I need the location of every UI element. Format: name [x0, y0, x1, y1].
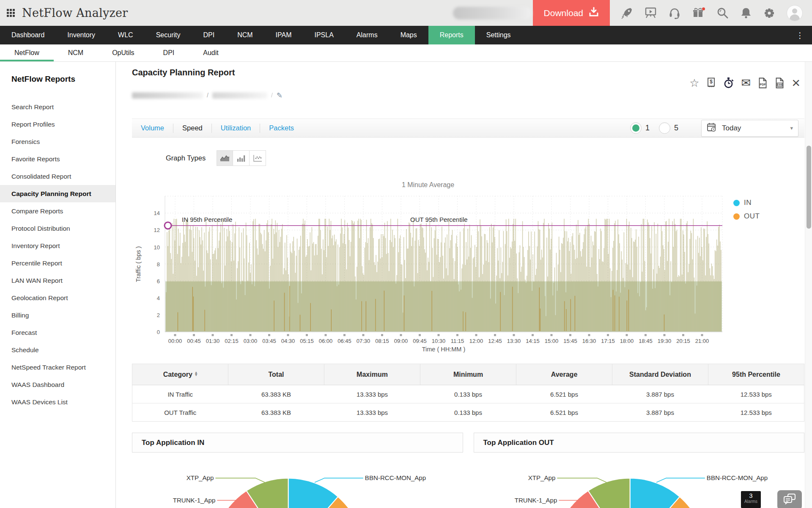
user-avatar[interactable] [787, 5, 803, 21]
svg-text:18:45: 18:45 [639, 338, 653, 344]
nav-item-ncm[interactable]: NCM [226, 26, 264, 44]
demo-video-icon[interactable] [645, 7, 657, 19]
graph-type-scatter-button[interactable] [250, 150, 266, 166]
cell-maximum: 13.333 bps [324, 403, 420, 422]
sidebar-item-geolocation-report[interactable]: Geolocation Report [0, 289, 115, 306]
sidebar-item-inventory-report[interactable]: Inventory Report [0, 237, 115, 254]
page-scrollbar [805, 62, 812, 508]
sidebar-item-consolidated-report[interactable]: Consolidated Report [0, 168, 115, 185]
time-period-dropdown[interactable]: Today ▾ [701, 120, 798, 137]
close-icon[interactable]: × [792, 77, 800, 88]
nav-item-settings[interactable]: Settings [475, 26, 522, 44]
sort-icon[interactable]: ▲▼ [195, 371, 197, 376]
tab-speed[interactable]: Speed [173, 124, 211, 132]
subnav-item-oputils[interactable]: OpUtils [98, 44, 148, 61]
tab-volume[interactable]: Volume [132, 124, 173, 132]
nav-item-wlc[interactable]: WLC [107, 26, 145, 44]
email-icon[interactable]: ✉ [741, 77, 751, 88]
notifications-bell-icon[interactable] [740, 7, 752, 19]
sidebar-item-forensics[interactable]: Forensics [0, 133, 115, 150]
svg-text:XTP_App: XTP_App [528, 475, 555, 482]
sidebar-item-billing[interactable]: Billing [0, 306, 115, 324]
sidebar-item-protocol-distribution[interactable]: Protocol Distribution [0, 220, 115, 237]
breadcrumb: / / ✎ [132, 91, 804, 99]
sidebar-item-percentile-report[interactable]: Percentile Report [0, 254, 115, 272]
graph-type-area-button[interactable] [217, 150, 233, 166]
alarms-badge[interactable]: 3 Alarms [741, 491, 761, 508]
nav-item-alarms[interactable]: Alarms [345, 26, 389, 44]
nav-item-dpi[interactable]: DPI [192, 26, 226, 44]
apps-grid-icon[interactable] [7, 9, 15, 17]
sidebar-item-forecast[interactable]: Forecast [0, 324, 115, 341]
download-button[interactable]: Download [533, 0, 610, 26]
svg-text:0: 0 [157, 329, 160, 335]
svg-text:03:45: 03:45 [262, 338, 276, 344]
export-csv-icon[interactable]: csv [775, 77, 785, 88]
sidebar-item-search-report[interactable]: Search Report [0, 98, 115, 116]
support-headset-icon[interactable] [668, 7, 681, 19]
svg-text:15:00: 15:00 [545, 338, 559, 344]
sidebar-list: Search ReportReport ProfilesForensicsFav… [0, 98, 115, 411]
svg-text:00:45: 00:45 [187, 338, 201, 344]
sidebar-item-favorite-reports[interactable]: Favorite Reports [0, 150, 115, 168]
nav-item-dashboard[interactable]: Dashboard [0, 26, 56, 44]
sidebar-item-compare-reports[interactable]: Compare Reports [0, 202, 115, 220]
billing-invoice-icon[interactable]: $ [707, 77, 716, 88]
legend-dot [733, 213, 740, 220]
cell-average: 6.521 bps [516, 403, 612, 422]
cell-percentile_95: 12.533 bps [708, 403, 804, 422]
tab-packets[interactable]: Packets [260, 124, 303, 132]
sidebar-item-schedule[interactable]: Schedule [0, 341, 115, 359]
scrollbar-thumb[interactable] [807, 146, 811, 229]
chevron-down-icon: ▾ [790, 125, 793, 131]
svg-text:Traffic ( bps ): Traffic ( bps ) [135, 246, 142, 282]
column-header-minimum: Minimum [420, 364, 516, 385]
sidebar-item-netspeed-tracker-report[interactable]: NetSpeed Tracker Report [0, 359, 115, 376]
sidebar-item-lan-wan-report[interactable]: LAN WAN Report [0, 272, 115, 289]
nav-item-inventory[interactable]: Inventory [56, 26, 107, 44]
settings-gear-icon[interactable] [763, 7, 776, 19]
svg-text:$: $ [710, 79, 713, 85]
edit-pencil-icon[interactable]: ✎ [277, 91, 283, 99]
subnav-item-dpi[interactable]: DPI [149, 44, 189, 61]
sidebar-item-report-profiles[interactable]: Report Profiles [0, 116, 115, 133]
nav-item-maps[interactable]: Maps [389, 26, 428, 44]
svg-text:04:30: 04:30 [281, 338, 295, 344]
feedback-chat-button[interactable] [777, 490, 802, 508]
column-header-average: Average [516, 364, 612, 385]
svg-text:11:15: 11:15 [451, 338, 464, 344]
legend-item-in[interactable]: IN [733, 199, 760, 207]
tab-utilization[interactable]: Utilization [212, 124, 260, 132]
breadcrumb-redacted-1 [132, 92, 203, 99]
favorite-star-icon[interactable]: ☆ [689, 77, 699, 88]
svg-text:09:00: 09:00 [394, 338, 408, 344]
breadcrumb-redacted-2 [212, 92, 267, 99]
subnav-item-ncm[interactable]: NCM [54, 44, 98, 61]
sidebar-item-capacity-planning-report[interactable]: Capacity Planning Report [0, 185, 115, 202]
cell-minimum: 0.133 bps [420, 385, 516, 403]
rocket-icon[interactable] [621, 7, 634, 19]
sidebar-item-waas-devices-list[interactable]: WAAS Devices List [0, 393, 115, 411]
legend-item-out[interactable]: OUT [733, 212, 760, 221]
column-header-maximum: Maximum [324, 364, 420, 385]
subnav-item-audit[interactable]: Audit [189, 44, 233, 61]
schedule-timer-icon[interactable] [723, 77, 734, 88]
export-pdf-icon[interactable]: PDF [758, 77, 768, 88]
nav-item-security[interactable]: Security [145, 26, 192, 44]
graph-type-bar-button[interactable] [233, 150, 250, 166]
subnav-item-netflow[interactable]: NetFlow [0, 44, 54, 61]
svg-text:IN 95th Percentile: IN 95th Percentile [182, 216, 232, 223]
interval-radio-5[interactable] [659, 122, 670, 134]
nav-item-reports[interactable]: Reports [428, 26, 475, 44]
breadcrumb-separator: / [207, 92, 208, 99]
cell-category: IN Traffic [132, 385, 228, 403]
sidebar-item-waas-dashboard[interactable]: WAAS Dashboard [0, 376, 115, 393]
search-icon[interactable] [716, 7, 729, 19]
column-header-category[interactable]: Category▲▼ [132, 364, 228, 385]
reports-sidebar: NetFlow Reports Search ReportReport Prof… [0, 62, 116, 508]
whats-new-gift-icon[interactable] [692, 7, 705, 19]
interval-radio-1[interactable] [630, 122, 642, 134]
nav-item-ipam[interactable]: IPAM [264, 26, 303, 44]
nav-item-ipsla[interactable]: IPSLA [303, 26, 345, 44]
nav-kebab-menu-icon[interactable]: ⋮ [788, 26, 812, 44]
